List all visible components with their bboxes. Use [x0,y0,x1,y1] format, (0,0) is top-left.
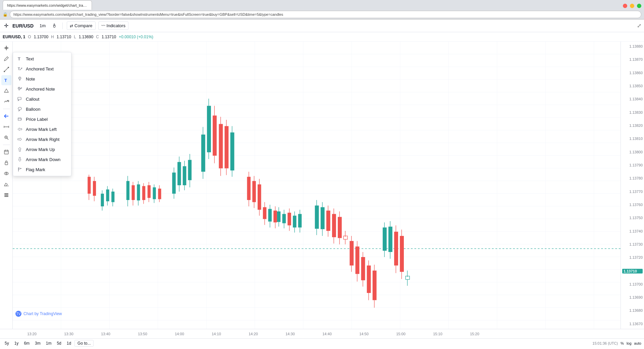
minimize-btn[interactable] [630,4,634,8]
eye-tool-btn[interactable] [1,168,11,179]
time-axis: 13:20 13:30 13:40 13:50 14:00 14:10 14:2… [0,329,644,338]
price-6: 1.13830 [622,110,643,115]
close-btn[interactable] [623,4,627,8]
fullscreen-btn[interactable]: ⤢ [637,22,641,29]
indicators-label: Indicators [107,23,125,28]
flag-mark-menu-label: Flag Mark [26,167,45,172]
menu-item-arrow-mark-right[interactable]: Arrow Mark Right [13,134,71,144]
flag-mark-menu-icon [17,167,22,172]
svg-text:T: T [18,56,20,61]
menu-item-anchored-text[interactable]: T Anchored Text [13,64,71,74]
current-price: 1.13710 [622,269,643,273]
prediction-tool-btn[interactable] [1,97,11,107]
svg-rect-107 [213,115,217,156]
toolbar: ✛ EUR/USD 1m 🕯 ⇄ Compare 〰 Indicators ⤢ [0,19,644,32]
ohlc-l-label: L [74,35,76,39]
log-toggle[interactable]: log [627,341,632,345]
price-7: 1.13820 [622,123,643,128]
menu-item-arrow-mark-up[interactable]: Arrow Mark Up [13,144,71,154]
text-menu-icon: T [17,56,22,61]
tradingview-watermark[interactable]: TV Chart by TradingView [15,311,62,317]
svg-point-33 [19,88,19,89]
note-menu-icon [17,76,22,82]
menu-item-arrow-mark-down[interactable]: Arrow Mark Down [13,154,71,164]
timeframe-1m[interactable]: 1m [44,340,54,346]
arrow-mark-up-menu-icon [17,147,22,152]
balloon-menu-label: Balloon [26,107,40,112]
menu-item-anchored-note[interactable]: Anchored Note [13,84,71,94]
svg-point-30 [19,78,20,79]
eraser-tool-btn[interactable] [1,179,11,189]
bottom-bar: 5y 1y 6m 3m 1m 5d 1d Go to... 15:01:36 (… [0,338,644,348]
svg-rect-86 [158,189,161,199]
menu-item-balloon[interactable]: Balloon [13,104,71,114]
goto-button[interactable]: Go to... [74,340,94,347]
indicators-button[interactable]: 〰 Indicators [98,21,128,30]
zoom-tool-btn[interactable] [1,133,11,143]
price-16: 1.13730 [622,242,643,247]
svg-rect-22 [4,195,8,196]
menu-item-note[interactable]: Note [13,74,71,84]
percent-toggle[interactable]: % [621,341,624,345]
menu-item-price-label[interactable]: Price Label [13,114,71,124]
calendar-tool-btn[interactable] [1,147,11,157]
ohlc-bar: EUR/USD, 1 O 1.13700 H 1.13710 L 1.13690… [0,32,644,42]
more-tool-btn[interactable] [1,190,11,200]
svg-rect-104 [207,106,211,152]
svg-point-37 [18,107,21,110]
arrow-mark-right-menu-icon [17,137,22,142]
svg-rect-89 [172,172,176,194]
svg-rect-17 [5,162,8,165]
svg-rect-56 [93,181,96,196]
timeframe-1d[interactable]: 1d [65,340,73,346]
symbol-selector[interactable]: EUR/USD [12,23,34,29]
svg-rect-194 [268,209,272,221]
svg-marker-44 [18,157,21,161]
chart-type-btn[interactable]: 🕯 [50,21,58,30]
address-bar[interactable]: https://www.easymarkets.com/widget/chart… [10,11,641,18]
menu-item-text[interactable]: T Text [13,54,71,64]
svg-text:T: T [18,67,20,71]
time-1440: 14:40 [322,332,332,336]
menu-item-flag-mark[interactable]: Flag Mark [13,164,71,174]
chart-area[interactable]: TV Chart by TradingView [13,42,621,329]
compare-button[interactable]: ⇄ Compare [67,21,95,30]
timeframe-5d[interactable]: 5d [55,340,63,346]
price-21: 1.13670 [622,322,643,326]
price-18: 1.13700 [622,282,643,287]
main-content: T [0,42,644,329]
svg-rect-152 [332,214,336,237]
text-tools-dropdown: T Text T Anchored Text [13,52,71,176]
measure-tool-btn[interactable] [1,122,11,132]
timeframe-5y[interactable]: 5y [3,340,11,346]
menu-item-callout[interactable]: Callout [13,94,71,104]
svg-rect-51 [13,42,621,329]
menu-item-arrow-mark-left[interactable]: Arrow Mark Left [13,124,71,134]
text-tool-btn[interactable]: T [1,75,11,85]
timeframe-3m[interactable]: 3m [33,340,43,346]
browser-tab[interactable]: https://www.easymarkets.com/widget/chart… [3,0,92,10]
svg-rect-38 [18,118,21,120]
ohlc-h-value: 1.13710 [57,35,71,39]
svg-rect-173 [350,241,354,265]
svg-rect-122 [252,181,256,202]
maximize-btn[interactable] [637,4,641,8]
crosshair-tool[interactable]: ✛ [3,21,10,30]
shapes-tool-btn[interactable] [1,86,11,96]
crosshair-tool-btn[interactable] [1,43,11,53]
auto-toggle[interactable]: auto [634,341,641,345]
svg-rect-116 [230,133,234,170]
interval-selector[interactable]: 1m [38,22,48,29]
time-1320: 13:20 [27,332,37,336]
line-tool-btn[interactable] [1,64,11,74]
arrow-tool-btn[interactable] [1,111,11,121]
svg-rect-23 [4,196,8,197]
callout-menu-icon [17,96,22,102]
pencil-tool-btn[interactable] [1,54,11,64]
anchored-note-menu-icon [17,86,22,92]
svg-rect-149 [326,211,330,231]
timeframe-6m[interactable]: 6m [22,340,32,346]
lock-tool-btn[interactable] [1,158,11,168]
price-14: 1.13750 [622,216,643,220]
timeframe-1y[interactable]: 1y [12,340,21,346]
